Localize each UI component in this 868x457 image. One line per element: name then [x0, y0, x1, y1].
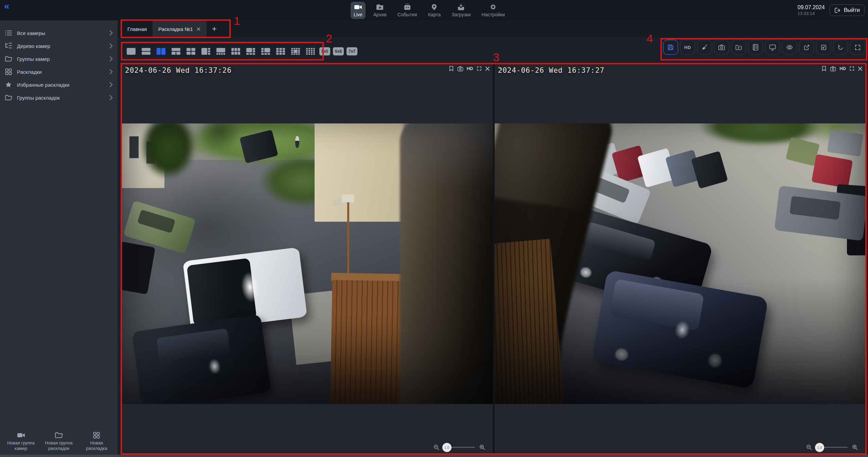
view-eye-button[interactable]	[782, 40, 797, 55]
tab-main[interactable]: Главная	[122, 20, 153, 37]
foreground-pole-blur	[495, 123, 616, 358]
resize-window-button[interactable]	[816, 40, 831, 55]
layout-1-plus-4-button[interactable]	[215, 46, 227, 57]
hd-quality-button[interactable]: HD	[680, 40, 695, 55]
layout-6-button[interactable]	[230, 46, 242, 57]
fullscreen-button[interactable]	[850, 40, 865, 55]
digital-zoom-control: 1.0	[806, 444, 858, 451]
refresh-button[interactable]	[833, 40, 848, 55]
layout-tabs-bar: Главная Раскладка №1 +	[118, 20, 868, 37]
pole-top-grey	[404, 123, 493, 191]
share-export-button[interactable]	[799, 40, 814, 55]
chevron-right-icon	[109, 56, 113, 62]
tree-canopy	[140, 123, 196, 180]
tab-layout-1[interactable]: Раскладка №1	[153, 20, 207, 37]
monitor-icon	[769, 44, 776, 51]
monitor-output-button[interactable]	[765, 40, 780, 55]
sidebar-item-layouts[interactable]: Раскладки	[0, 65, 118, 78]
digital-zoom-control: 1.0	[433, 444, 485, 451]
tab-close-icon[interactable]	[196, 27, 201, 31]
zoom-out-icon[interactable]	[806, 444, 812, 451]
nav-item-events[interactable]: События	[394, 2, 420, 19]
grey-suv	[774, 186, 866, 241]
nav-item-map[interactable]: Карта	[425, 2, 444, 19]
tile-fullscreen-icon[interactable]	[477, 66, 482, 71]
black-sedan	[558, 206, 713, 316]
wooden-gate-rail	[331, 273, 402, 283]
suv-roof	[187, 258, 257, 326]
expand-corner-icon[interactable]	[125, 66, 130, 71]
layout-2x2-button[interactable]	[185, 46, 197, 57]
tile-close-icon[interactable]	[485, 66, 490, 71]
folder-icon	[5, 56, 12, 62]
zoom-slider-handle[interactable]: 1.0	[442, 443, 451, 452]
nav-item-downloads[interactable]: Загрузки	[448, 2, 474, 19]
layout-1-plus-5-right-button[interactable]	[260, 46, 272, 57]
open-archive-button[interactable]	[731, 40, 746, 55]
sidebar-collapse-button[interactable]: «	[4, 1, 10, 12]
bookmark-icon[interactable]	[821, 66, 827, 71]
blue-mpv	[591, 270, 768, 390]
layout-1-2-button[interactable]	[170, 46, 182, 57]
layout-1-plus-5-button[interactable]	[245, 46, 257, 57]
expand-corner-icon[interactable]	[498, 66, 503, 71]
nav-item-archive[interactable]: Архив	[370, 2, 390, 19]
zoom-in-icon[interactable]	[479, 444, 485, 451]
tile-fullscreen-icon[interactable]	[849, 66, 854, 71]
sidebar-item-all-cameras[interactable]: Все камеры	[0, 27, 118, 39]
foreground-pole-blur	[400, 123, 493, 404]
camera-tile-2[interactable]: HD	[495, 64, 866, 455]
camera-tile-1[interactable]: HD	[122, 64, 493, 455]
sidebar-item-camera-tree[interactable]: Дерево камер	[0, 39, 118, 52]
sidebar-item-layout-groups[interactable]: Группы раскладок	[0, 91, 118, 104]
layout-2-vertical-button[interactable]	[155, 46, 167, 57]
trees-top	[799, 123, 866, 143]
save-layout-button[interactable]	[663, 40, 678, 55]
layout-1x1-button[interactable]	[125, 46, 137, 57]
wheel	[578, 265, 594, 280]
zoom-slider-handle[interactable]: 1.0	[815, 443, 824, 452]
zoom-slider[interactable]: 1.0	[816, 447, 848, 448]
layout-2-horizontal-button[interactable]	[140, 46, 152, 57]
screenshot-camera-button[interactable]	[714, 40, 729, 55]
new-layout-group-button[interactable]: Новая группа раскладок	[40, 432, 77, 452]
logout-button[interactable]: Выйти	[830, 4, 865, 16]
new-layout-button[interactable]: Новая раскладка	[78, 432, 116, 452]
layout-13-button[interactable]	[289, 46, 302, 57]
camera-tile-1-header: HD	[122, 64, 493, 73]
layout-7x7-button[interactable]: 7x7	[347, 47, 357, 55]
sidebar-item-favorite-layouts[interactable]: Избранные раскладки	[0, 78, 118, 91]
layout-3x3-button[interactable]	[274, 46, 287, 57]
zoom-slider[interactable]: 1.0	[444, 447, 475, 448]
sidebar-item-camera-groups[interactable]: Группы камер	[0, 52, 118, 65]
clear-layout-brush-button[interactable]	[697, 40, 712, 55]
zoom-in-icon[interactable]	[852, 444, 858, 451]
zoom-out-icon[interactable]	[433, 444, 440, 451]
nav-item-settings[interactable]: Настройки	[479, 2, 508, 19]
camera-grid: HD	[122, 64, 866, 455]
new-camera-group-button[interactable]: Новая группа камер	[2, 432, 40, 452]
bookmark-icon[interactable]	[449, 66, 454, 71]
tile-close-icon[interactable]	[858, 66, 863, 71]
snapshot-camera-icon[interactable]	[830, 66, 836, 71]
wheel	[613, 346, 630, 363]
layout-6x6-button[interactable]: 6x6	[333, 47, 344, 55]
nav-label: События	[397, 12, 417, 17]
refresh-icon	[837, 44, 844, 51]
hd-badge[interactable]: HD	[839, 66, 846, 71]
layout-1-plus-3-button[interactable]	[200, 46, 212, 57]
parked-car	[665, 149, 702, 187]
hd-badge[interactable]: HD	[467, 66, 473, 71]
foreground-pole-blur	[495, 196, 580, 404]
snapshot-camera-icon[interactable]	[457, 66, 463, 71]
tab-add-button[interactable]: +	[207, 20, 222, 37]
parked-car	[557, 139, 595, 177]
layout-5x5-button[interactable]: 5x5	[319, 47, 330, 55]
layout-4x4-button[interactable]	[304, 46, 317, 57]
nav-item-live[interactable]: Live	[351, 2, 366, 19]
parked-car	[637, 148, 676, 188]
windshield-flare	[240, 271, 261, 303]
parked-car	[827, 130, 864, 156]
event-journal-button[interactable]	[748, 40, 763, 55]
fullscreen-icon	[854, 44, 861, 51]
